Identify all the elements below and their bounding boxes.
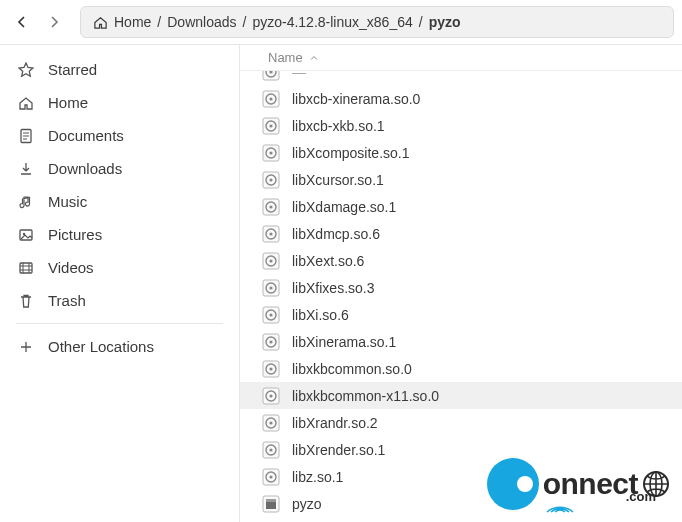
file-name: libXinerama.so.1	[292, 334, 396, 350]
file-row[interactable]: libz.so.1	[240, 463, 682, 490]
sidebar-item-label: Videos	[48, 259, 94, 276]
sidebar-item-label: Starred	[48, 61, 97, 78]
file-row[interactable]: libxcb-xinerama.so.0	[240, 85, 682, 112]
sort-asc-icon	[309, 53, 319, 63]
file-row[interactable]: libXext.so.6	[240, 247, 682, 274]
breadcrumb-label: Downloads	[167, 14, 236, 30]
file-row[interactable]: libXcomposite.so.1	[240, 139, 682, 166]
breadcrumb-downloads[interactable]: Downloads	[161, 12, 242, 32]
sidebar-item-pictures[interactable]: Pictures	[0, 218, 239, 251]
shared-object-icon	[262, 387, 280, 405]
file-row[interactable]: libXi.so.6	[240, 301, 682, 328]
home-icon	[93, 15, 108, 30]
sidebar-item-label: Home	[48, 94, 88, 111]
trash-icon	[18, 293, 34, 309]
file-name: libXdmcp.so.6	[292, 226, 380, 242]
file-name: libXdamage.so.1	[292, 199, 396, 215]
file-row[interactable]: libXfixes.so.3	[240, 274, 682, 301]
file-row[interactable]: —	[240, 71, 682, 85]
shared-object-icon	[262, 171, 280, 189]
breadcrumb-label: Home	[114, 14, 151, 30]
shared-object-icon	[262, 90, 280, 108]
file-name: libxcb-xinerama.so.0	[292, 91, 420, 107]
sidebar-separator	[16, 323, 223, 324]
file-row[interactable]: libxkbcommon-x11.so.0	[240, 382, 682, 409]
sidebar-item-label: Pictures	[48, 226, 102, 243]
file-row[interactable]: libXrender.so.1	[240, 436, 682, 463]
shared-object-icon	[262, 198, 280, 216]
shared-object-icon	[262, 279, 280, 297]
file-row[interactable]: libXinerama.so.1	[240, 328, 682, 355]
forward-button[interactable]	[40, 8, 68, 36]
shared-object-icon	[262, 333, 280, 351]
pictures-icon	[18, 227, 34, 243]
file-name: libXrender.so.1	[292, 442, 385, 458]
documents-icon	[18, 128, 34, 144]
executable-icon	[262, 495, 280, 513]
sidebar-item-other-locations[interactable]: Other Locations	[0, 330, 239, 363]
toolbar: Home / Downloads / pyzo-4.12.8-linux_x86…	[0, 0, 682, 45]
column-header-name[interactable]: Name	[240, 45, 682, 71]
sidebar-item-label: Other Locations	[48, 338, 154, 355]
videos-icon	[18, 260, 34, 276]
sidebar-item-label: Trash	[48, 292, 86, 309]
path-bar[interactable]: Home / Downloads / pyzo-4.12.8-linux_x86…	[80, 6, 674, 38]
sidebar-item-videos[interactable]: Videos	[0, 251, 239, 284]
shared-object-icon	[262, 414, 280, 432]
sidebar-item-starred[interactable]: Starred	[0, 53, 239, 86]
file-name: libXcomposite.so.1	[292, 145, 410, 161]
breadcrumb-home[interactable]: Home	[87, 12, 157, 32]
sidebar-item-home[interactable]: Home	[0, 86, 239, 119]
file-row[interactable]: libxcb-xkb.so.1	[240, 112, 682, 139]
sidebar-item-documents[interactable]: Documents	[0, 119, 239, 152]
home-icon	[18, 95, 34, 111]
shared-object-icon	[262, 225, 280, 243]
sidebar-item-music[interactable]: Music	[0, 185, 239, 218]
shared-object-icon	[262, 71, 280, 81]
shared-object-icon	[262, 441, 280, 459]
breadcrumb-current[interactable]: pyzo	[423, 12, 467, 32]
shared-object-icon	[262, 144, 280, 162]
shared-object-icon	[262, 117, 280, 135]
file-name: libXrandr.so.2	[292, 415, 378, 431]
file-list[interactable]: —libxcb-xinerama.so.0libxcb-xkb.so.1libX…	[240, 71, 682, 522]
file-name: libxcb-xkb.so.1	[292, 118, 385, 134]
sidebar-item-trash[interactable]: Trash	[0, 284, 239, 317]
breadcrumb-label: pyzo-4.12.8-linux_x86_64	[252, 14, 412, 30]
sidebar-item-label: Music	[48, 193, 87, 210]
file-name: libxkbcommon-x11.so.0	[292, 388, 439, 404]
file-name: pyzo	[292, 496, 322, 512]
file-row[interactable]: libXdamage.so.1	[240, 193, 682, 220]
star-icon	[18, 62, 34, 78]
file-name: libXfixes.so.3	[292, 280, 374, 296]
breadcrumb-label: pyzo	[429, 14, 461, 30]
file-row[interactable]: pyzo	[240, 490, 682, 517]
shared-object-icon	[262, 252, 280, 270]
shared-object-icon	[262, 360, 280, 378]
sidebar-item-label: Documents	[48, 127, 124, 144]
breadcrumb-folder[interactable]: pyzo-4.12.8-linux_x86_64	[246, 12, 418, 32]
file-row[interactable]: libxkbcommon.so.0	[240, 355, 682, 382]
file-name: libxkbcommon.so.0	[292, 361, 412, 377]
downloads-icon	[18, 161, 34, 177]
file-name: —	[292, 71, 306, 80]
plus-icon	[18, 339, 34, 355]
column-label: Name	[268, 50, 303, 65]
file-row[interactable]: libXdmcp.so.6	[240, 220, 682, 247]
content-pane: Name —libxcb-xinerama.so.0libxcb-xkb.so.…	[240, 45, 682, 522]
file-name: libz.so.1	[292, 469, 343, 485]
file-row[interactable]: libXcursor.so.1	[240, 166, 682, 193]
file-name: libXcursor.so.1	[292, 172, 384, 188]
file-name: libXi.so.6	[292, 307, 349, 323]
back-button[interactable]	[8, 8, 36, 36]
shared-object-icon	[262, 306, 280, 324]
music-icon	[18, 194, 34, 210]
file-name: libXext.so.6	[292, 253, 364, 269]
file-row[interactable]: libXrandr.so.2	[240, 409, 682, 436]
shared-object-icon	[262, 468, 280, 486]
sidebar-item-label: Downloads	[48, 160, 122, 177]
sidebar: Starred Home Documents Downloads Music P…	[0, 45, 240, 522]
sidebar-item-downloads[interactable]: Downloads	[0, 152, 239, 185]
